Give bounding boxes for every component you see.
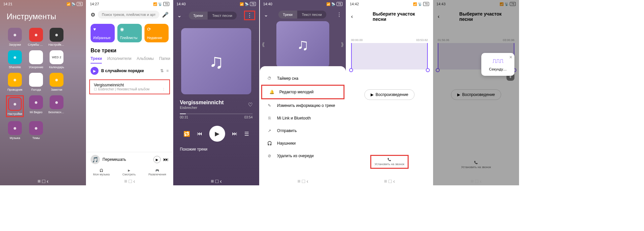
clock: 14:21 — [3, 2, 13, 6]
sort-icon[interactable]: ⇅ — [160, 69, 164, 73]
menu-share[interactable]: ↗Отправить — [260, 124, 346, 137]
tabs: ТрекиИсполнителиАльбомыПапки — [87, 56, 173, 64]
sys-nav: ≡ □ ‹ — [87, 177, 173, 185]
search-input[interactable] — [98, 11, 159, 19]
prev-icon[interactable]: ⏮ — [197, 131, 202, 137]
menu-link[interactable]: ⎘Mi Link и Bluetooth — [260, 112, 346, 124]
clock: 14:40 — [177, 2, 186, 6]
track-sub: ☐ Eisbrecher | Неизвестный альбом⋮ — [94, 87, 165, 91]
app-Службы и обратная св...[interactable]: ●Службы и обратная св... — [28, 28, 44, 46]
progress[interactable]: 00:3103:54 — [173, 110, 259, 123]
status-bar: 14:27 📶 📡 78 — [87, 0, 173, 8]
tab-Исполнители[interactable]: Исполнители — [107, 56, 131, 64]
dots-icon[interactable]: ⋮ — [162, 87, 165, 91]
menu-bell[interactable]: 🔔Редактор мелодий — [261, 85, 344, 99]
tab-Альбомы[interactable]: Альбомы — [137, 56, 154, 64]
app-ShareMe[interactable]: ●ShareMe — [6, 50, 24, 69]
tab-tracks[interactable]: Треки — [278, 11, 297, 19]
shuffle-row[interactable]: ▶ В случайном порядке ⇅ ≡ — [87, 64, 173, 78]
status-icons: 📶 📡 78 — [240, 2, 256, 6]
set-ringtone-button[interactable]: 📞 Установить на звонок — [370, 155, 409, 169]
card-Избранные[interactable]: ♥Избранные — [91, 24, 115, 42]
card-row: ♥Избранные◉Плейлисты⟳Недавние — [87, 21, 173, 45]
screen-home: 14:21 📶 📡 78 Инструменты ●Загрузки●Служб… — [0, 0, 86, 185]
menu-trash[interactable]: ⊘Удалить из очереди — [260, 150, 346, 162]
nav-Смотреть[interactable]: ▶Смотреть — [122, 169, 136, 176]
tab-tracks[interactable]: Треки — [189, 12, 208, 20]
status-bar: 14:21 📶 📡 78 — [0, 0, 86, 8]
sys-nav: ≡ □ ‹ — [346, 177, 432, 185]
music-note-icon: ♫ — [297, 35, 309, 54]
prev-arrow-icon[interactable]: ⟪ — [262, 41, 265, 48]
tab-lyrics[interactable]: Текст песни — [208, 12, 237, 20]
nav-Развлечения[interactable]: 🎮Развлечения — [148, 169, 166, 176]
more-icon[interactable]: ⋮ — [244, 11, 255, 20]
back-icon[interactable]: ‹ — [351, 14, 353, 20]
handle-left[interactable] — [349, 68, 353, 72]
app-grid: ●Загрузки●Службы и обратная св...●Настро… — [0, 28, 86, 140]
trash-icon: ⊘ — [266, 154, 272, 158]
status-icons: 📶 📡 78 — [413, 2, 429, 6]
track-artist: Eisbrecher — [180, 106, 224, 110]
card-Недавние[interactable]: ⟳Недавние — [144, 24, 169, 42]
player-top: ⌄ Треки Текст песни ⋮ — [260, 8, 346, 21]
track-info: Vergissmeinnicht Eisbrecher ♡ — [173, 100, 259, 110]
app-Настройки[interactable]: ●Настройки — [6, 95, 24, 117]
status-bar: 14:40 📶 📡 78 — [260, 0, 346, 8]
card-Плейлисты[interactable]: ◉Плейлисты — [117, 24, 141, 42]
app-Загрузки[interactable]: ●Загрузки — [6, 28, 24, 46]
menu-timer[interactable]: ⏱Таймер сна — [260, 72, 346, 85]
play-button[interactable]: ▶ — [209, 126, 225, 142]
menu-edit[interactable]: ✎Изменить информацию о треке — [260, 99, 346, 112]
phone-icon: 📞 — [387, 158, 391, 161]
clock: 14:42 — [350, 2, 359, 6]
menu-headphone[interactable]: 🎧Наушники — [260, 137, 346, 150]
track-item[interactable]: Vergissmeinnicht ☐ Eisbrecher | Неизвест… — [89, 79, 170, 94]
mic-icon[interactable]: 🎤 — [162, 12, 169, 18]
app-Заметки[interactable]: ●Заметки — [48, 73, 65, 91]
track-title: Vergissmeinnicht — [180, 100, 224, 106]
app-Ускорение[interactable]: ●Ускорение — [28, 50, 44, 69]
play-icon[interactable]: ▶ — [153, 156, 161, 163]
next-icon[interactable]: ⏭ — [163, 157, 169, 162]
clock: 14:40 — [263, 2, 272, 6]
more-icon[interactable]: ⋮ — [337, 12, 342, 18]
toast-text: Секунду… — [486, 67, 510, 71]
segment: Треки Текст песни — [189, 12, 237, 20]
time-end: 03:53.82 — [416, 38, 428, 42]
chevron-down-icon[interactable]: ⌄ — [177, 12, 181, 19]
tab-Папки[interactable]: Папки — [159, 56, 170, 64]
app-Настройки рабочего ст...[interactable]: ●Настройки рабочего ст... — [48, 28, 65, 46]
app-Безопасность[interactable]: ●Безопасность — [48, 95, 65, 117]
app-Темы[interactable]: ●Темы — [28, 121, 44, 140]
heart-icon[interactable]: ♡ — [248, 102, 253, 108]
time-start: 00:00.00 — [351, 38, 363, 42]
list-icon[interactable]: ≡ — [166, 69, 169, 73]
status-bar: 14:40 📶 📡 78 — [173, 0, 259, 8]
next-arrow-icon[interactable]: ⟫ — [341, 41, 344, 48]
screen-music-list: 14:27 📶 📡 78 ⚙ 🎤 ♥Избранные◉Плейлисты⟳Не… — [87, 0, 173, 185]
close-icon[interactable]: ✕ — [509, 55, 512, 60]
app-Погода[interactable]: ●Погода — [28, 73, 44, 91]
app-Музыка[interactable]: ●Музыка — [6, 121, 24, 140]
chevron-down-icon[interactable]: ⌄ — [264, 12, 268, 18]
queue-icon[interactable]: ☰ — [244, 131, 249, 137]
next-icon[interactable]: ⏭ — [232, 131, 237, 137]
sys-nav: ≡ □ ‹ — [260, 177, 346, 185]
screen-menu: 14:40 📶 📡 78 ⌄ Треки Текст песни ⋮ ⟪ ♫ ⟫… — [260, 0, 346, 185]
app-Проводник[interactable]: ●Проводник — [6, 73, 24, 91]
time-total: 03:54 — [244, 116, 253, 119]
repeat-icon[interactable]: 🔁 — [183, 131, 190, 137]
nav-Моя музыка[interactable]: 🎧Моя музыка — [93, 169, 110, 176]
sys-nav: ≡ □ ‹ — [433, 177, 519, 185]
waveform[interactable]: 00:00.0003:53.82 — [351, 38, 428, 69]
app-Mi Видео[interactable]: ●Mi Видео — [28, 95, 44, 117]
app-Календарь[interactable]: WED 2Календарь — [48, 50, 65, 69]
search-row: ⚙ 🎤 — [87, 8, 173, 21]
tab-Треки[interactable]: Треки — [91, 56, 102, 64]
handle-right[interactable] — [426, 68, 430, 72]
play-preview-button[interactable]: ▶ Воспроизведение — [364, 89, 415, 100]
filter-icon[interactable]: ⚙ — [91, 12, 95, 18]
mini-player[interactable]: 🎵 Перемешать ▶ ⏭ — [87, 152, 173, 167]
tab-lyrics[interactable]: Текст песни — [297, 11, 327, 19]
